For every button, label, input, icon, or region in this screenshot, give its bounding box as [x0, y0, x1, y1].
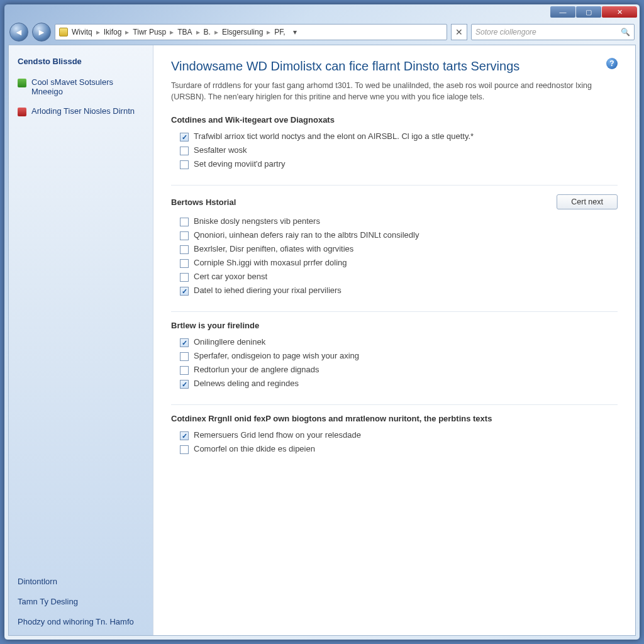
option-label: Cert car yoxor benst: [194, 272, 267, 281]
settings-section: Brtlew is your firelindeOnilingllere den…: [171, 321, 618, 391]
checkbox[interactable]: [180, 380, 189, 389]
page-description: Tsurdare of rrddlens for your fast gang …: [171, 80, 618, 103]
see-also-link[interactable]: Phodzy ond wihoring Tn. Hamfo: [18, 615, 144, 629]
chevron-right-icon: ▸: [125, 28, 129, 36]
chevron-right-icon: ▸: [214, 28, 218, 36]
sidebar: Cendsto Blissde Cool sMavet Sotsulers Mn…: [9, 45, 153, 635]
option-row: Comorfel on thie dkide es dipeien: [171, 442, 618, 456]
titlebar: — ▢ ✕: [4, 4, 640, 19]
option-row: Cert car yoxor benst: [171, 270, 618, 284]
search-input[interactable]: Sotore ciollengore 🔍: [471, 24, 635, 40]
search-placeholder: Sotore ciollengore: [475, 28, 536, 36]
breadcrumb-item[interactable]: B.: [204, 28, 211, 36]
option-row: Delnews deling and regindes: [171, 377, 618, 391]
address-bar[interactable]: Wivitq▸ Ikifog▸ Tiwr Pusp▸ TBA▸ B.▸ Elsg…: [55, 24, 447, 40]
option-label: Sperfafer, ondisgeion to page wish your …: [194, 351, 359, 360]
checkbox[interactable]: [180, 245, 189, 254]
folder-icon: [59, 28, 68, 36]
checkbox[interactable]: [180, 259, 189, 268]
option-label: Datel to iehed diering your rixal pervil…: [194, 286, 341, 295]
option-row: Onilingllere deninek: [171, 335, 618, 349]
section-heading-label: Cotdines and Wik-itegeart ove Diagnoxats: [171, 115, 335, 125]
back-button[interactable]: ◄: [9, 23, 28, 42]
settings-section: Bertows HstorialCert nextBniske dosly ne…: [171, 194, 618, 297]
option-label: Trafwibl arriox tict world noctys and th…: [194, 131, 474, 141]
breadcrumb-item[interactable]: Wivitq: [72, 28, 92, 36]
breadcrumb-item[interactable]: PF,: [274, 28, 285, 36]
settings-section: Cotdinex Rrgnll onid fexP own biogtons a…: [171, 414, 618, 456]
breadcrumb-item[interactable]: Elsgersuling: [222, 28, 263, 36]
checkbox[interactable]: [180, 352, 189, 361]
breadcrumb-item[interactable]: Tiwr Pusp: [133, 28, 166, 36]
sidebar-see-also: Dintontlorn Tamn Ty Desling Phodzy ond w…: [18, 569, 144, 629]
checkbox[interactable]: [180, 338, 189, 347]
option-row: Redtorlun your de anglere dignads: [171, 363, 618, 377]
sidebar-title: Cendsto Blissde: [18, 57, 144, 66]
checkbox[interactable]: [180, 133, 189, 142]
main-panel: ? Vindowsame WD Dimolistx can fice flarn…: [153, 45, 635, 635]
option-label: Delnews deling and regindes: [194, 379, 299, 388]
option-row: Bniske dosly nengsters vib penters: [171, 214, 618, 228]
address-dropdown-icon[interactable]: ▾: [289, 28, 301, 36]
option-row: Set deving moviit'd partry: [171, 157, 618, 171]
maximize-button[interactable]: ▢: [576, 6, 601, 18]
checkbox[interactable]: [180, 431, 189, 440]
forward-button[interactable]: ►: [32, 23, 51, 42]
section-heading: Brtlew is your firelinde: [171, 321, 618, 330]
option-label: Redtorlun your de anglere dignads: [194, 365, 319, 374]
chevron-right-icon: ▸: [267, 28, 270, 36]
section-heading: Cotdinex Rrgnll onid fexP own biogtons a…: [171, 414, 618, 423]
option-row: Remersuers Grid lend fhow on your relesd…: [171, 428, 618, 442]
option-label: Corniple Sh.iggi with moxasul prrfer dol…: [194, 258, 347, 267]
search-icon: 🔍: [621, 28, 630, 36]
breadcrumb-item[interactable]: TBA: [177, 28, 192, 36]
section-heading-label: Cotdinex Rrgnll onid fexP own biogtons a…: [171, 414, 492, 423]
option-row: Bexrlsler, Disr peniften, ofiates with o…: [171, 242, 618, 256]
settings-section: Cotdines and Wik-itegeart ove Diagnoxats…: [171, 115, 618, 171]
chevron-right-icon: ▸: [170, 28, 174, 36]
see-also-link[interactable]: Dintontlorn: [18, 575, 144, 589]
option-row: Sesfalter wosk: [171, 143, 618, 157]
refresh-button[interactable]: ✕: [451, 24, 467, 40]
checkbox[interactable]: [180, 445, 189, 454]
option-row: Datel to iehed diering your rixal pervil…: [171, 284, 618, 297]
checkbox[interactable]: [180, 147, 189, 155]
help-icon[interactable]: ?: [606, 58, 618, 69]
section-heading-label: Brtlew is your firelinde: [171, 321, 259, 330]
option-label: Bexrlsler, Disr peniften, ofiates with o…: [194, 244, 353, 253]
section-action-button[interactable]: Cert next: [557, 194, 618, 209]
shield-icon: [18, 79, 26, 87]
checkbox[interactable]: [180, 287, 189, 296]
option-label: Qnoniori, uinhean defers raiy ran to the…: [194, 230, 419, 240]
nav-toolbar: ◄ ► Wivitq▸ Ikifog▸ Tiwr Pusp▸ TBA▸ B.▸ …: [4, 19, 640, 45]
divider: [171, 404, 618, 405]
checkbox[interactable]: [180, 218, 189, 226]
close-button[interactable]: ✕: [602, 6, 637, 18]
divider: [171, 185, 618, 186]
checkbox[interactable]: [180, 366, 189, 375]
chevron-right-icon: ▸: [196, 28, 200, 36]
page-title: Vindowsame WD Dimolistx can fice flarnt …: [171, 58, 618, 74]
see-also-link[interactable]: Tamn Ty Desling: [18, 595, 144, 609]
option-label: Sesfalter wosk: [194, 145, 247, 155]
checkbox[interactable]: [180, 160, 189, 169]
option-row: Trafwibl arriox tict world noctys and th…: [171, 130, 618, 143]
option-label: Onilingllere deninek: [194, 337, 265, 347]
option-row: Sperfafer, ondisgeion to page wish your …: [171, 349, 618, 363]
chevron-right-icon: ▸: [96, 28, 100, 36]
option-label: Bniske dosly nengsters vib penters: [194, 216, 320, 226]
checkbox[interactable]: [180, 273, 189, 282]
option-label: Comorfel on thie dkide es dipeien: [194, 444, 315, 453]
sidebar-task-label: Arloding Tiser Niosles Dirntn: [31, 106, 135, 116]
sidebar-task[interactable]: Arloding Tiser Niosles Dirntn: [18, 106, 144, 116]
sidebar-task[interactable]: Cool sMavet Sotsulers Mneeigo: [18, 77, 144, 96]
option-row: Corniple Sh.iggi with moxasul prrfer dol…: [171, 256, 618, 270]
breadcrumb-item[interactable]: Ikifog: [104, 28, 122, 36]
sidebar-task-label: Cool sMavet Sotsulers Mneeigo: [31, 77, 144, 96]
option-row: Qnoniori, uinhean defers raiy ran to the…: [171, 228, 618, 242]
section-heading: Cotdines and Wik-itegeart ove Diagnoxats: [171, 115, 618, 125]
checkbox[interactable]: [180, 231, 189, 240]
minimize-button[interactable]: —: [550, 6, 575, 18]
shield-icon: [18, 108, 26, 116]
window-frame: — ▢ ✕ ◄ ► Wivitq▸ Ikifog▸ Tiwr Pusp▸ TBA…: [4, 4, 640, 640]
